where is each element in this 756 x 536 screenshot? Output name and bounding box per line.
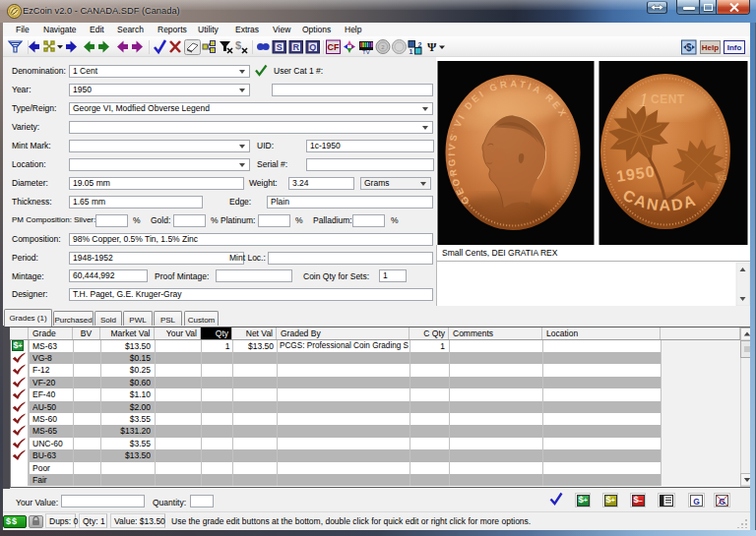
svg-text:$: $ (235, 39, 241, 51)
svg-text:1: 1 (639, 89, 649, 110)
svg-text:Ψ: Ψ (427, 40, 437, 54)
svg-text:2: 2 (418, 41, 422, 48)
svg-text:S: S (277, 42, 283, 52)
svg-text:KG: KG (718, 174, 726, 181)
svg-text:G: G (719, 496, 725, 506)
svg-text:CENT: CENT (651, 92, 685, 106)
svg-text:$: $ (686, 42, 692, 53)
svg-text:R: R (292, 42, 299, 52)
svg-text:Q: Q (309, 42, 316, 52)
svg-text:TV: TV (362, 49, 370, 55)
svg-text:CF: CF (328, 42, 340, 52)
svg-text:G: G (693, 496, 700, 506)
svg-text:Info: Info (727, 43, 742, 52)
svg-text:Small Cents, DEI GRATIA REX: Small Cents, DEI GRATIA REX (442, 248, 558, 258)
svg-text:1: 1 (410, 48, 413, 55)
svg-text:Help: Help (702, 43, 719, 52)
